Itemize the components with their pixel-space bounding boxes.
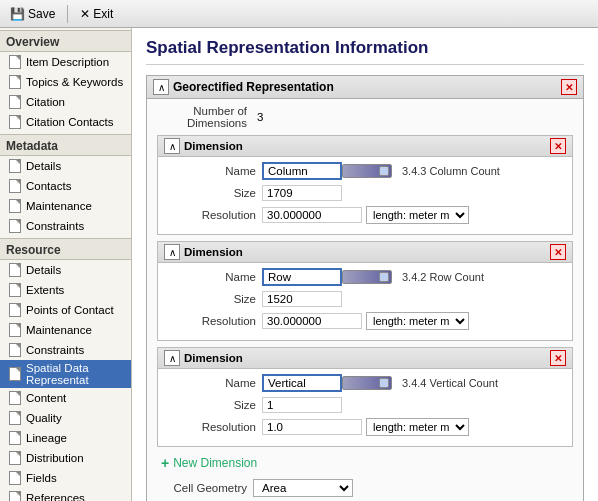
dim1-name-label: Name xyxy=(166,165,256,177)
dim1-res-input[interactable] xyxy=(262,207,362,223)
content-area: Spatial Representation Information ∧ Geo… xyxy=(132,28,598,501)
georect-close-btn[interactable]: ✕ xyxy=(561,79,577,95)
new-dimension-label: New Dimension xyxy=(173,456,257,470)
dim2-name-input[interactable] xyxy=(262,268,342,286)
dim3-slider-thumb xyxy=(379,378,389,388)
dim1-res-group: length: meter m xyxy=(262,206,469,224)
sidebar-item-references[interactable]: References xyxy=(0,488,131,501)
num-dims-row: Number of Dimensions 3 xyxy=(157,105,573,129)
dim2-close-btn[interactable]: ✕ xyxy=(550,244,566,260)
doc-icon xyxy=(9,159,21,173)
save-button[interactable]: 💾 Save xyxy=(6,5,59,23)
toolbar-separator xyxy=(67,5,68,23)
dim1-slider-track[interactable] xyxy=(342,164,392,178)
dim3-res-unit-select[interactable]: length: meter m xyxy=(366,418,469,436)
dim3-res-input[interactable] xyxy=(262,419,362,435)
dim1-name-row: Name 3.4.3 Column Count xyxy=(166,162,564,180)
dim3-res-label: Resolution xyxy=(166,421,256,433)
dim2-res-group: length: meter m xyxy=(262,312,469,330)
dim3-close-btn[interactable]: ✕ xyxy=(550,350,566,366)
sidebar-item-extents[interactable]: Extents xyxy=(0,280,131,300)
georect-section-body: Number of Dimensions 3 ∧ Dimension ✕ Nam… xyxy=(147,99,583,501)
sidebar-item-spatial-data[interactable]: Spatial Data Representat xyxy=(0,360,131,388)
dim2-collapse-btn[interactable]: ∧ xyxy=(164,244,180,260)
sidebar-item-label: Constraints xyxy=(26,220,84,232)
sidebar-item-label: Spatial Data Representat xyxy=(26,362,125,386)
doc-icon xyxy=(9,283,21,297)
dim3-body: Name 3.4.4 Vertical Count Size xyxy=(158,369,572,446)
exit-button[interactable]: ✕ Exit xyxy=(76,5,117,23)
sidebar-item-content[interactable]: Content xyxy=(0,388,131,408)
sidebar-item-distribution[interactable]: Distribution xyxy=(0,448,131,468)
dim3-res-row: Resolution length: meter m xyxy=(166,418,564,436)
dim1-body: Name 3.4.3 Column Count Size xyxy=(158,157,572,234)
sidebar-item-citation[interactable]: Citation xyxy=(0,92,131,112)
sidebar-item-label: Content xyxy=(26,392,66,404)
doc-icon xyxy=(9,391,21,405)
dimension-2: ∧ Dimension ✕ Name xyxy=(157,241,573,341)
dim2-size-label: Size xyxy=(166,293,256,305)
dim1-res-unit-select[interactable]: length: meter m xyxy=(366,206,469,224)
sidebar-item-label: Citation xyxy=(26,96,65,108)
sidebar-item-label: Maintenance xyxy=(26,324,92,336)
sidebar-item-lineage[interactable]: Lineage xyxy=(0,428,131,448)
sidebar-item-quality[interactable]: Quality xyxy=(0,408,131,428)
sidebar-item-fields[interactable]: Fields xyxy=(0,468,131,488)
cell-geometry-label: Cell Geometry xyxy=(157,482,247,494)
dim3-size-row: Size xyxy=(166,397,564,413)
sidebar-item-res-maintenance[interactable]: Maintenance xyxy=(0,320,131,340)
sidebar-item-citation-contacts[interactable]: Citation Contacts xyxy=(0,112,131,132)
dim3-size-input[interactable] xyxy=(262,397,342,413)
doc-icon xyxy=(9,199,21,213)
dim2-size-row: Size xyxy=(166,291,564,307)
sidebar-item-label: Quality xyxy=(26,412,62,424)
sidebar-item-res-constraints[interactable]: Constraints xyxy=(0,340,131,360)
sidebar-item-label: Distribution xyxy=(26,452,84,464)
doc-icon xyxy=(9,95,21,109)
doc-icon xyxy=(9,411,21,425)
dim3-collapse-btn[interactable]: ∧ xyxy=(164,350,180,366)
sidebar-item-label: Contacts xyxy=(26,180,71,192)
sidebar-item-item-description[interactable]: Item Description xyxy=(0,52,131,72)
dim1-close-btn[interactable]: ✕ xyxy=(550,138,566,154)
sidebar-item-label: Constraints xyxy=(26,344,84,356)
dim3-name-label: Name xyxy=(166,377,256,389)
sidebar-item-label: Fields xyxy=(26,472,57,484)
dim1-collapse-btn[interactable]: ∧ xyxy=(164,138,180,154)
dim1-size-input[interactable] xyxy=(262,185,342,201)
dim2-header: ∧ Dimension ✕ xyxy=(158,242,572,263)
dim3-name-row: Name 3.4.4 Vertical Count xyxy=(166,374,564,392)
dim1-name-input[interactable] xyxy=(262,162,342,180)
sidebar: Overview Item Description Topics & Keywo… xyxy=(0,28,132,501)
doc-icon xyxy=(9,263,21,277)
dim2-slider-track[interactable] xyxy=(342,270,392,284)
sidebar-item-meta-maintenance[interactable]: Maintenance xyxy=(0,196,131,216)
cell-geometry-select[interactable]: Area Point Voxel xyxy=(253,479,353,497)
num-dims-value: 3 xyxy=(257,111,263,123)
dimension-1: ∧ Dimension ✕ Name xyxy=(157,135,573,235)
dim2-annotation: 3.4.2 Row Count xyxy=(402,271,484,283)
sidebar-item-meta-details[interactable]: Details xyxy=(0,156,131,176)
sidebar-item-res-details[interactable]: Details xyxy=(0,260,131,280)
dim2-res-unit-select[interactable]: length: meter m xyxy=(366,312,469,330)
georect-collapse-btn[interactable]: ∧ xyxy=(153,79,169,95)
sidebar-item-label: Details xyxy=(26,264,61,276)
dim1-res-row: Resolution length: meter m xyxy=(166,206,564,224)
new-dimension-button[interactable]: + New Dimension xyxy=(157,453,261,473)
sidebar-item-meta-constraints[interactable]: Constraints xyxy=(0,216,131,236)
dim1-title: Dimension xyxy=(184,140,546,152)
dim1-size-row: Size xyxy=(166,185,564,201)
sidebar-item-points-of-contact[interactable]: Points of Contact xyxy=(0,300,131,320)
sidebar-item-topics-keywords[interactable]: Topics & Keywords xyxy=(0,72,131,92)
exit-label: Exit xyxy=(93,7,113,21)
dim3-name-input[interactable] xyxy=(262,374,342,392)
sidebar-item-contacts[interactable]: Contacts xyxy=(0,176,131,196)
dim2-size-input[interactable] xyxy=(262,291,342,307)
doc-icon xyxy=(9,115,21,129)
doc-icon xyxy=(9,75,21,89)
doc-icon xyxy=(9,367,21,381)
doc-icon xyxy=(9,323,21,337)
dim3-slider-track[interactable] xyxy=(342,376,392,390)
dim3-res-group: length: meter m xyxy=(262,418,469,436)
dim2-res-input[interactable] xyxy=(262,313,362,329)
